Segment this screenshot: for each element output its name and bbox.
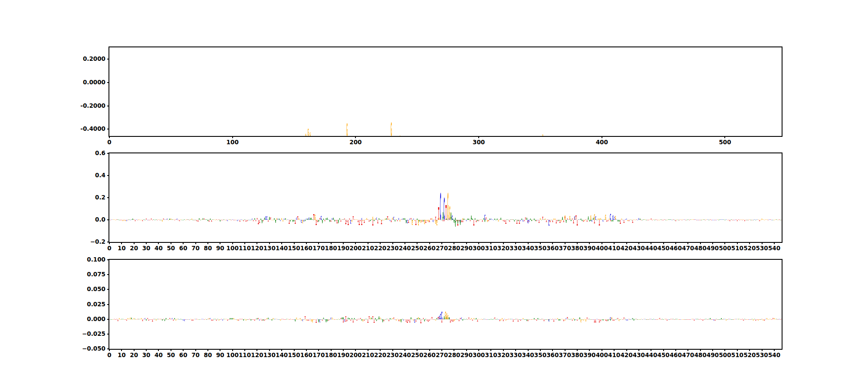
x-tick-mark: [552, 242, 553, 244]
x-tick-mark: [638, 349, 639, 351]
x-tick-mark: [220, 242, 220, 244]
subplot-middle-canvas: [109, 153, 782, 242]
x-tick-label: 500: [719, 352, 731, 358]
x-tick-mark: [429, 242, 430, 244]
x-tick-label: 240: [399, 245, 411, 252]
x-tick-mark: [577, 242, 578, 244]
x-tick-label: 220: [374, 245, 386, 252]
x-tick-mark: [663, 349, 664, 351]
x-tick-label: 90: [216, 245, 224, 252]
x-tick-mark: [134, 349, 135, 351]
x-tick-label: 0: [107, 245, 111, 252]
x-tick-mark: [503, 349, 504, 351]
x-tick-label: 480: [694, 352, 707, 358]
x-tick-label: 100: [227, 352, 239, 358]
x-tick-mark: [232, 242, 233, 244]
x-tick-mark: [602, 242, 602, 244]
x-tick-label: 320: [497, 352, 510, 358]
x-tick-label: 210: [362, 245, 374, 252]
x-tick-label: 430: [633, 352, 645, 358]
y-tick-mark: [107, 197, 109, 198]
x-tick-mark: [589, 349, 590, 351]
x-tick-label: 60: [179, 352, 187, 358]
x-tick-mark: [724, 136, 725, 138]
x-tick-label: 320: [497, 245, 510, 252]
x-tick-mark: [195, 349, 196, 351]
x-tick-label: 410: [608, 245, 620, 252]
subplot-bottom-canvas: [109, 260, 782, 349]
y-tick-label: 0.075: [87, 272, 105, 278]
x-tick-label: 130: [263, 352, 276, 358]
x-tick-label: 280: [448, 245, 460, 252]
x-tick-mark: [158, 242, 159, 244]
x-tick-mark: [478, 136, 479, 138]
x-tick-mark: [281, 242, 282, 244]
x-tick-label: 170: [312, 352, 325, 358]
x-tick-mark: [565, 242, 566, 244]
x-tick-mark: [589, 242, 590, 244]
x-tick-label: 500: [719, 139, 731, 146]
x-tick-mark: [269, 349, 270, 351]
x-tick-label: 450: [658, 245, 670, 252]
x-tick-label: 340: [522, 245, 534, 252]
x-tick-mark: [429, 349, 430, 351]
y-tick-label: 0.0: [95, 217, 105, 223]
x-tick-mark: [675, 242, 676, 244]
x-tick-label: 440: [645, 352, 657, 358]
x-tick-mark: [724, 242, 725, 244]
x-tick-mark: [404, 242, 405, 244]
x-tick-label: 150: [288, 352, 300, 358]
x-tick-mark: [171, 242, 171, 244]
x-tick-label: 80: [204, 245, 212, 252]
x-tick-mark: [380, 242, 381, 244]
x-tick-label: 370: [559, 352, 571, 358]
y-tick-label: 0.4: [95, 172, 105, 179]
x-tick-mark: [417, 349, 418, 351]
x-tick-mark: [626, 349, 627, 351]
x-tick-label: 330: [510, 245, 522, 252]
y-tick-label: 0.000: [87, 316, 105, 322]
x-tick-label: 470: [682, 352, 694, 358]
x-tick-label: 90: [216, 352, 224, 358]
x-tick-mark: [244, 349, 245, 351]
x-tick-label: 510: [731, 352, 743, 358]
x-tick-label: 290: [460, 352, 473, 358]
x-tick-mark: [490, 349, 491, 351]
x-tick-mark: [651, 349, 651, 351]
x-tick-mark: [651, 242, 651, 244]
x-tick-mark: [528, 242, 529, 244]
x-tick-mark: [294, 242, 295, 244]
x-tick-label: 100: [227, 139, 239, 146]
x-tick-label: 350: [534, 352, 546, 358]
x-tick-mark: [737, 242, 738, 244]
x-tick-mark: [774, 349, 775, 351]
x-tick-mark: [724, 349, 725, 351]
x-tick-mark: [368, 242, 368, 244]
x-tick-mark: [207, 242, 208, 244]
x-tick-label: 0: [107, 352, 111, 358]
y-tick-label: -0.2000: [80, 103, 105, 109]
x-tick-mark: [614, 242, 615, 244]
y-tick-label: 0.025: [87, 302, 105, 308]
x-tick-label: 310: [485, 352, 497, 358]
x-tick-mark: [749, 242, 750, 244]
x-tick-mark: [663, 242, 664, 244]
x-tick-mark: [294, 349, 295, 351]
x-tick-mark: [232, 349, 233, 351]
x-tick-label: 370: [559, 245, 571, 252]
y-tick-mark: [107, 153, 109, 154]
x-tick-mark: [158, 349, 159, 351]
x-tick-mark: [454, 242, 454, 244]
subplot-top-canvas: [109, 47, 782, 136]
x-tick-mark: [466, 349, 467, 351]
x-tick-mark: [281, 349, 282, 351]
x-tick-mark: [331, 242, 332, 244]
x-tick-mark: [392, 349, 393, 351]
x-tick-label: 520: [743, 352, 756, 358]
x-tick-mark: [343, 349, 344, 351]
x-tick-label: 470: [682, 245, 694, 252]
x-tick-mark: [269, 242, 270, 244]
x-tick-label: 180: [325, 245, 337, 252]
x-tick-label: 200: [349, 139, 362, 146]
x-tick-label: 280: [448, 352, 460, 358]
